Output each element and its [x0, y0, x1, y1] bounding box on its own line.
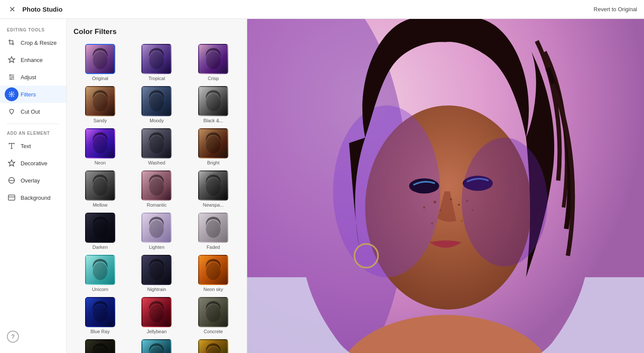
- overlay-icon: [7, 176, 16, 185]
- filter-item-original[interactable]: Original: [74, 43, 127, 82]
- sidebar-item-label: Overlay: [21, 177, 40, 184]
- filter-item-washed[interactable]: Washed: [130, 127, 184, 166]
- filter-item-blackwhite[interactable]: Black &...: [187, 85, 240, 124]
- svg-point-26: [206, 220, 221, 238]
- svg-point-29: [206, 262, 221, 280]
- filter-item-neonsky[interactable]: Neon sky: [187, 254, 240, 293]
- filter-item-darken[interactable]: Darken: [74, 212, 127, 251]
- svg-point-44: [450, 198, 452, 201]
- filter-label-sandy: Sandy: [93, 118, 107, 123]
- filter-label-tropical: Tropical: [148, 76, 165, 81]
- photo-canvas: [247, 19, 644, 353]
- filter-item-row7b[interactable]: [130, 338, 184, 353]
- filter-label-unicorn: Unicorn: [92, 287, 108, 292]
- svg-point-53: [462, 138, 548, 266]
- svg-point-25: [150, 220, 164, 238]
- filter-item-faded[interactable]: Faded: [187, 212, 240, 251]
- sidebar-item-background[interactable]: Background: [0, 189, 66, 206]
- background-icon: [7, 193, 16, 202]
- filter-label-neonsky: Neon sky: [203, 287, 223, 292]
- filters-panel: Color Filters OriginalTropicalCrispSandy…: [67, 19, 247, 353]
- filter-label-crisp: Crisp: [208, 76, 219, 81]
- filter-item-unicorn[interactable]: Unicorn: [74, 254, 127, 293]
- filter-item-neon[interactable]: Neon: [74, 127, 127, 166]
- svg-point-3: [10, 74, 11, 76]
- filter-thumb-washed: [141, 128, 172, 158]
- filter-item-sandy[interactable]: Sandy: [74, 85, 127, 124]
- filter-label-concrete: Concrete: [204, 329, 223, 334]
- filter-thumb-row7b: [141, 339, 172, 353]
- filter-item-tropical[interactable]: Tropical: [130, 43, 184, 82]
- filter-label-lighten: Lighten: [149, 245, 164, 250]
- svg-rect-10: [9, 195, 15, 200]
- filter-thumb-mellow: [85, 170, 115, 201]
- filter-item-moody[interactable]: Moody: [130, 85, 184, 124]
- filter-label-mellow: Mellow: [93, 202, 107, 207]
- svg-point-4: [12, 77, 14, 78]
- sidebar-item-crop[interactable]: Crop & Resize: [0, 34, 66, 51]
- sidebar-item-decorative[interactable]: Decorative: [0, 155, 66, 172]
- svg-point-19: [150, 136, 164, 153]
- revert-button[interactable]: Revert to Original: [594, 6, 637, 12]
- sidebar-item-enhance[interactable]: Enhance: [0, 51, 66, 68]
- svg-point-17: [206, 93, 221, 111]
- filter-label-bright: Bright: [207, 160, 220, 165]
- filter-item-lighten[interactable]: Lighten: [130, 212, 184, 251]
- filters-title: Color Filters: [74, 28, 240, 36]
- filter-item-jellybean[interactable]: Jellybean: [130, 296, 184, 335]
- sidebar-item-label: Background: [21, 195, 50, 201]
- sidebar-item-label: Filters: [21, 91, 36, 98]
- filter-item-row7c[interactable]: [187, 338, 240, 353]
- svg-point-31: [150, 304, 164, 322]
- svg-point-28: [150, 262, 164, 280]
- filter-label-washed: Washed: [148, 160, 166, 165]
- filter-thumb-nightrain: [141, 255, 172, 285]
- svg-point-30: [93, 304, 107, 322]
- filter-label-blackwhite: Black &...: [203, 118, 223, 123]
- sidebar-item-label: Adjust: [21, 74, 36, 81]
- svg-point-43: [433, 201, 436, 203]
- sidebar-item-cutout[interactable]: Cut Out: [0, 103, 66, 120]
- filter-item-newspaper[interactable]: Newspa...: [187, 170, 240, 208]
- filter-item-mellow[interactable]: Mellow: [74, 170, 127, 208]
- sidebar: EDITING TOOLS Crop & Resize Enhance: [0, 19, 67, 353]
- filter-thumb-sandy: [85, 86, 115, 116]
- filter-thumb-concrete: [198, 297, 228, 327]
- filter-label-newspaper: Newspa...: [203, 202, 224, 207]
- filter-item-nightrain[interactable]: Nightrain: [130, 254, 184, 293]
- svg-marker-7: [9, 160, 15, 166]
- svg-point-12: [93, 51, 107, 69]
- help-button[interactable]: ?: [7, 331, 19, 343]
- filter-thumb-unicorn: [85, 255, 115, 285]
- filter-thumb-blackwhite: [198, 86, 228, 116]
- filter-label-neon: Neon: [95, 160, 106, 165]
- filter-item-concrete[interactable]: Concrete: [187, 296, 240, 335]
- svg-point-22: [150, 178, 164, 195]
- filters-icon: [7, 90, 16, 99]
- svg-point-32: [206, 304, 221, 322]
- text-icon: [7, 141, 16, 151]
- sidebar-item-filters[interactable]: Filters: [0, 86, 66, 103]
- filter-item-blueray[interactable]: Blue Ray: [74, 296, 127, 335]
- svg-point-13: [150, 51, 164, 69]
- filter-label-blueray: Blue Ray: [91, 329, 110, 334]
- filter-thumb-row7a: [85, 339, 115, 353]
- filter-thumb-newspaper: [198, 170, 228, 201]
- crop-icon: [7, 38, 16, 47]
- filter-item-crisp[interactable]: Crisp: [187, 43, 240, 82]
- main-layout: EDITING TOOLS Crop & Resize Enhance: [0, 19, 644, 353]
- filter-thumb-tropical: [141, 44, 172, 74]
- filter-item-bright[interactable]: Bright: [187, 127, 240, 166]
- sidebar-item-text[interactable]: Text: [0, 137, 66, 155]
- filter-thumb-crisp: [198, 44, 228, 74]
- sidebar-item-label: Decorative: [21, 160, 47, 167]
- filter-item-row7a[interactable]: [74, 338, 127, 353]
- sidebar-item-overlay[interactable]: Overlay: [0, 172, 66, 189]
- filter-label-faded: Faded: [207, 245, 220, 250]
- filter-item-romantic[interactable]: Romantic: [130, 170, 184, 208]
- filter-label-moody: Moody: [150, 118, 164, 123]
- cutout-icon: [7, 107, 16, 116]
- filter-label-nightrain: Nightrain: [147, 287, 166, 292]
- close-button[interactable]: ✕: [7, 4, 17, 15]
- sidebar-item-adjust[interactable]: Adjust: [0, 68, 66, 86]
